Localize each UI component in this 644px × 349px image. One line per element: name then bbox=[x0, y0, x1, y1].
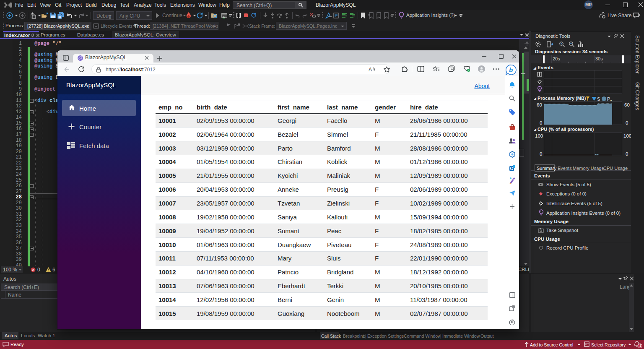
svg-text:A: A bbox=[369, 67, 372, 73]
svg-text:b: b bbox=[509, 66, 513, 73]
